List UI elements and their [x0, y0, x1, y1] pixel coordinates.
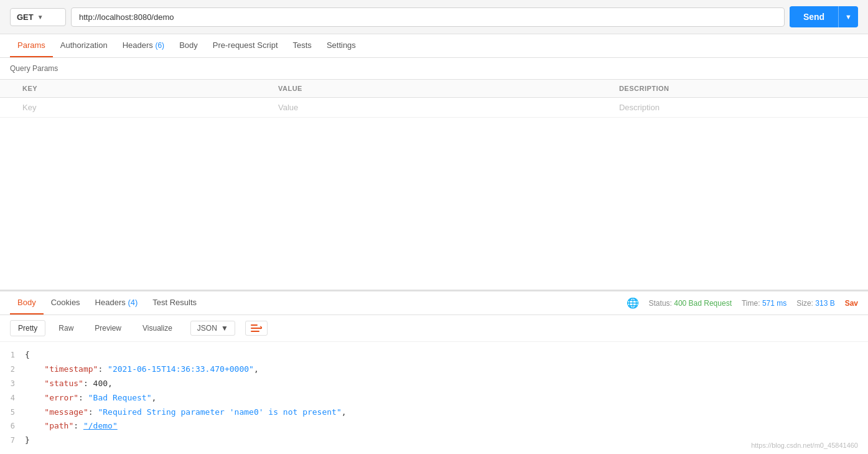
line-num-2: 2 — [0, 364, 25, 376]
response-tab-test-results[interactable]: Test Results — [145, 291, 204, 314]
format-select[interactable]: JSON ▼ — [190, 321, 235, 336]
tab-headers[interactable]: Headers (6) — [115, 34, 172, 57]
tab-settings[interactable]: Settings — [319, 34, 363, 57]
params-row-empty — [0, 98, 868, 118]
code-line-3: 3 "status": 400, — [0, 377, 868, 391]
json-value-path[interactable]: "/demo" — [83, 421, 118, 430]
code-line-4: 4 "error": "Bad Request", — [0, 391, 868, 405]
json-key-message: "message" — [44, 407, 88, 417]
format-tab-raw[interactable]: Raw — [50, 320, 82, 336]
tab-body[interactable]: Body — [172, 34, 205, 57]
send-dropdown-button[interactable]: ▼ — [839, 8, 858, 26]
send-button[interactable]: Send — [790, 7, 838, 27]
line-num-3: 3 — [0, 378, 25, 390]
json-key-error: "error" — [44, 393, 78, 402]
format-tab-pretty[interactable]: Pretty — [10, 320, 45, 336]
format-tab-visualize[interactable]: Visualize — [134, 320, 180, 336]
send-btn-wrapper: Send ▼ — [790, 6, 858, 27]
col-desc-header: DESCRIPTION — [612, 80, 868, 98]
request-tabs: Params Authorization Headers (6) Body Pr… — [0, 34, 868, 58]
description-input[interactable] — [612, 98, 868, 117]
query-params-title: Query Params — [0, 58, 868, 79]
method-select[interactable]: GET ▼ — [10, 8, 66, 26]
key-input[interactable] — [15, 98, 271, 117]
code-line-6: 6 "path": "/demo" — [0, 419, 868, 433]
globe-icon[interactable]: 🌐 — [627, 297, 639, 309]
row-checkbox — [0, 98, 15, 118]
wrap-button[interactable] — [245, 321, 268, 336]
time-item: Time: 571 ms — [742, 299, 786, 308]
code-line-5: 5 "message": "Required String parameter … — [0, 405, 868, 420]
size-item: Size: 313 B — [796, 299, 834, 308]
time-value: 571 ms — [762, 299, 786, 308]
col-key-header: KEY — [15, 80, 271, 98]
row-key-cell — [15, 98, 271, 118]
code-line-2: 2 "timestamp": "2021-06-15T14:36:33.470+… — [0, 362, 868, 377]
line-num-4: 4 — [0, 392, 25, 404]
response-tab-headers[interactable]: Headers (4) — [88, 291, 146, 314]
value-input[interactable] — [271, 98, 612, 117]
col-checkbox-header — [0, 80, 15, 98]
col-value-header: VALUE — [271, 80, 612, 98]
headers-badge: (6) — [155, 41, 164, 50]
method-text: GET — [17, 12, 34, 22]
status-value: 400 Bad Request — [674, 299, 732, 308]
status-item: Status: 400 Bad Request — [649, 299, 732, 308]
query-params-section: Query Params KEY VALUE DESCRIPTION — [0, 58, 868, 118]
response-tab-body[interactable]: Body — [10, 291, 44, 314]
tab-pre-request[interactable]: Pre-request Script — [205, 34, 286, 57]
line-num-7: 7 — [0, 435, 25, 447]
line-num-5: 5 — [0, 407, 25, 419]
url-bar: GET ▼ Send ▼ — [0, 0, 868, 34]
svg-rect-0 — [251, 324, 258, 326]
json-brace-close: } — [25, 435, 30, 445]
line-num-6: 6 — [0, 420, 25, 432]
json-value-message: "Required String parameter 'name0' is no… — [98, 407, 341, 417]
svg-rect-2 — [251, 331, 259, 332]
format-tab-preview[interactable]: Preview — [86, 320, 129, 336]
json-value-error: "Bad Request" — [88, 393, 152, 402]
response-tabs-bar: Body Cookies Headers (4) Test Results 🌐 … — [0, 291, 868, 315]
url-input[interactable] — [71, 7, 785, 27]
params-table: KEY VALUE DESCRIPTION — [0, 79, 868, 118]
watermark: https://blog.csdn.net/m0_45841460 — [751, 442, 858, 449]
chevron-down-icon: ▼ — [37, 14, 44, 21]
size-value: 313 B — [815, 299, 834, 308]
json-brace-open: { — [25, 350, 30, 359]
json-value-timestamp: "2021-06-15T14:36:33.470+0000" — [108, 364, 254, 374]
upper-section: Params Authorization Headers (6) Body Pr… — [0, 34, 868, 291]
json-key-path: "path" — [44, 421, 73, 430]
line-num-1: 1 — [0, 349, 25, 361]
json-value-status: 400 — [93, 379, 108, 388]
response-section: Body Cookies Headers (4) Test Results 🌐 … — [0, 291, 868, 454]
row-desc-cell — [612, 98, 868, 118]
json-key-status: "status" — [44, 379, 83, 388]
code-viewer: 1 { 2 "timestamp": "2021-06-15T14:36:33.… — [0, 342, 868, 454]
save-button[interactable]: Sav — [845, 299, 858, 308]
format-bar: Pretty Raw Preview Visualize JSON ▼ — [0, 315, 868, 342]
code-line-7: 7 } — [0, 433, 868, 448]
response-status-bar: 🌐 Status: 400 Bad Request Time: 571 ms S… — [627, 297, 858, 309]
tab-tests[interactable]: Tests — [286, 34, 319, 57]
wrap-icon — [251, 324, 262, 333]
main-layout: GET ▼ Send ▼ Params Authorization Header… — [0, 0, 868, 454]
format-chevron-icon: ▼ — [221, 324, 228, 333]
tab-params[interactable]: Params — [10, 34, 53, 57]
json-key-timestamp: "timestamp" — [44, 364, 98, 374]
tab-authorization[interactable]: Authorization — [53, 34, 115, 57]
params-table-header: KEY VALUE DESCRIPTION — [0, 80, 868, 98]
row-value-cell — [271, 98, 612, 118]
response-tab-cookies[interactable]: Cookies — [44, 291, 88, 314]
response-headers-badge: (4) — [128, 298, 138, 307]
code-line-1: 1 { — [0, 348, 868, 362]
